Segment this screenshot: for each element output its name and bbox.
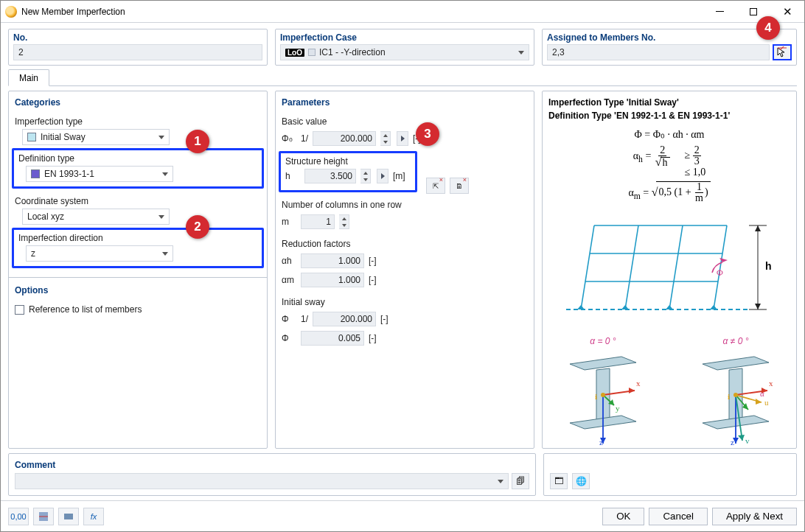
checkbox-icon (15, 305, 24, 315)
sway-title: Initial sway (282, 297, 528, 307)
svg-text:x: x (636, 379, 641, 388)
footer-tool-units[interactable]: 0,00 (8, 508, 29, 525)
svg-marker-22 (570, 357, 636, 370)
pick-members-button[interactable] (773, 44, 792, 60)
unit-dimless: [-] (369, 275, 386, 285)
chevron-down-icon (158, 215, 164, 219)
footer: 0,00 fx OK Cancel Apply & Next (1, 500, 804, 531)
svg-text:α: α (760, 389, 764, 398)
footer-tool-fx[interactable]: fx (83, 508, 104, 525)
svg-text:Φ: Φ (717, 267, 723, 278)
svg-line-9 (669, 225, 683, 309)
imperfection-type-dropdown[interactable]: Initial Sway (22, 129, 170, 145)
callout-4: 4 (756, 16, 780, 40)
window-title: New Member Imperfection (21, 7, 703, 17)
reference-list-checkbox[interactable]: Reference to list of members (15, 304, 261, 315)
ic-badge: LoO (285, 49, 304, 57)
assigned-title: Assigned to Members No. (547, 32, 792, 43)
svg-text:z: z (731, 438, 734, 447)
tab-main[interactable]: Main (8, 69, 49, 86)
options-title: Options (15, 285, 261, 295)
m-spinner[interactable] (339, 214, 349, 229)
one-over-label: 1/ (301, 133, 308, 144)
tab-bar: Main (1, 67, 804, 86)
unit-dimless: [-] (380, 314, 398, 324)
phi-symbol: Φ (282, 333, 296, 343)
svg-text:u: u (764, 398, 769, 407)
definition-type-dropdown[interactable]: EN 1993-1-1 (26, 166, 173, 182)
main-area: Categories Imperfection type Initial Swa… (1, 86, 804, 453)
comment-dropdown[interactable] (15, 473, 509, 489)
tool-button-2[interactable]: 🗎× (450, 178, 469, 194)
imperfection-direction-group: Imperfection direction z (12, 228, 264, 268)
chevron-down-icon (162, 172, 168, 176)
unit-dimless: [-] (369, 333, 386, 343)
no-box: No. 2 (8, 29, 268, 66)
swatch-icon (27, 133, 36, 141)
swatch-icon (31, 169, 40, 178)
svg-text:i: i (728, 392, 730, 401)
h-symbol: h (285, 171, 300, 181)
phi0-spinner[interactable] (380, 131, 391, 146)
notes-icon: 🗐 (516, 476, 525, 486)
ic-swatch (308, 49, 316, 56)
chevron-down-icon (162, 252, 168, 256)
structure-height-label: Structure height (285, 156, 411, 167)
svg-text:x: x (769, 379, 773, 388)
ok-button[interactable]: OK (602, 508, 644, 525)
window-icon: 🗔 (554, 476, 563, 486)
header-row: No. 2 Imperfection Case LoO IC1 - -Y-dir… (1, 23, 804, 69)
svg-line-7 (581, 225, 594, 309)
svg-marker-48 (738, 435, 745, 441)
cancel-button[interactable]: Cancel (649, 508, 708, 525)
phi0-input[interactable]: 200.000 (313, 131, 376, 146)
comment-panel: Comment 🗐 (8, 453, 536, 496)
comment-title: Comment (15, 460, 529, 470)
definition-type-label: Definition type (18, 153, 257, 164)
beam-diagrams: α = 0 ° x y z (548, 336, 790, 447)
globe-icon: 🌐 (576, 476, 587, 486)
svg-marker-17 (755, 225, 761, 231)
footer-tool-render[interactable] (58, 508, 79, 525)
minimize-button[interactable] (703, 1, 736, 23)
parameters-panel: Parameters Basic value Φ₀ 1/ 200.000 [-]… (275, 91, 534, 449)
m-symbol: m (282, 217, 296, 227)
h-spinner[interactable] (360, 169, 371, 183)
apply-next-button[interactable]: Apply & Next (712, 508, 797, 525)
comment-tool-button[interactable]: 🗐 (512, 473, 529, 489)
h-input[interactable]: 3.500 (304, 169, 356, 183)
view-tool-1[interactable]: 🗔 (550, 473, 568, 489)
ah-symbol: αh (282, 256, 296, 266)
footer-tool-profile[interactable] (33, 508, 54, 525)
title-bar: New Member Imperfection ✕ (1, 1, 804, 23)
no-title: No. (13, 32, 262, 43)
callout-3: 3 (416, 122, 439, 146)
am-symbol: αm (282, 275, 296, 285)
info-panel: Imperfection Type 'Initial Sway' Definit… (542, 91, 797, 449)
view-tools-panel: 🗔 🌐 (543, 453, 797, 496)
imperfection-type-label: Imperfection type (15, 116, 261, 127)
ic-dropdown[interactable]: LoO IC1 - -Y-direction (280, 44, 529, 60)
app-icon (5, 6, 17, 18)
definition-type-group: Definition type EN 1993-1-1 (12, 148, 264, 189)
callout-2: 2 (186, 215, 209, 239)
assigned-field[interactable]: 2,3 (547, 44, 770, 60)
formulae-block: Φ = Φ₀ · αh · αm αh = 2h ≥ 23≤ 1,0 αm = … (548, 128, 790, 206)
unit-m: [m] (393, 171, 411, 181)
tool-button-1[interactable]: ⇱× (426, 178, 445, 194)
phi0-play-button[interactable] (397, 131, 408, 146)
ah-value: 1.000 (301, 253, 364, 268)
phi-inv-value: 200.000 (313, 312, 376, 326)
m-input[interactable]: 1 (301, 214, 335, 229)
view-tool-2[interactable]: 🌐 (572, 473, 590, 489)
h-play-button[interactable] (377, 169, 388, 183)
imperfection-direction-label: Imperfection direction (18, 233, 257, 243)
comment-row: Comment 🗐 🗔 🌐 (1, 453, 804, 500)
imperfection-direction-dropdown[interactable]: z (26, 245, 173, 262)
svg-text:v: v (745, 436, 750, 445)
coord-system-dropdown[interactable]: Local xyz (22, 209, 170, 225)
ic-title: Imperfection Case (280, 32, 529, 43)
no-field[interactable]: 2 (13, 44, 262, 60)
coord-system-label: Coordinate system (15, 196, 261, 206)
svg-point-31 (601, 393, 605, 397)
